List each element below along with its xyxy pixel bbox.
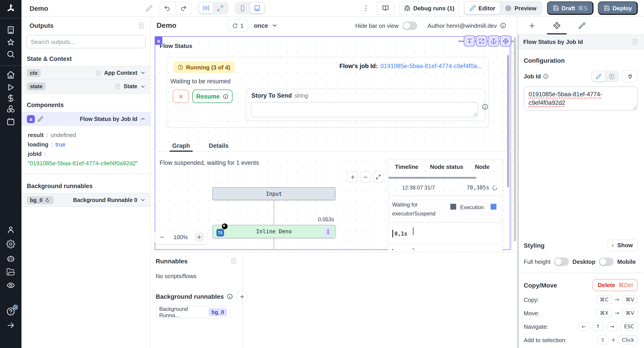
graph-node-inline-deno[interactable]: TS Inline Deno I: [212, 225, 336, 238]
anchor-icon[interactable]: [488, 35, 499, 47]
draft-button[interactable]: Draft ⌘S: [547, 1, 593, 15]
windmill-logo-icon[interactable]: [6, 4, 16, 14]
kebab-menu-icon[interactable]: ⋮: [361, 4, 370, 12]
component-row-a[interactable]: a Flow Status by Job Id: [22, 112, 150, 126]
collapse-arrow-icon[interactable]: [6, 321, 15, 330]
favorites-star-icon[interactable]: [6, 38, 15, 47]
docs-book-button[interactable]: [376, 1, 394, 15]
zoom-in-icon[interactable]: [194, 232, 204, 242]
ctx-row[interactable]: ctx App Context: [22, 66, 150, 80]
connect-plug-icon[interactable]: [622, 70, 638, 82]
fullscreen-toggle[interactable]: [213, 3, 228, 14]
tab-insert-plus[interactable]: [519, 17, 544, 35]
tab-styling-brush[interactable]: [569, 17, 594, 35]
panel-doc-icon[interactable]: [138, 22, 145, 29]
debug-runs-button[interactable]: Debug runs (1): [399, 1, 459, 15]
timeline-row: 0,1s: [389, 223, 502, 245]
zoom-in-icon[interactable]: [347, 171, 358, 182]
tab-graph[interactable]: Graph: [172, 140, 190, 151]
zoom-out-icon[interactable]: [157, 232, 167, 242]
story-to-send-textarea[interactable]: [251, 102, 478, 117]
expand-icon[interactable]: [476, 35, 487, 47]
graph-node-input[interactable]: Input: [212, 187, 336, 200]
workspace-icon[interactable]: [6, 26, 15, 35]
deploy-button[interactable]: Deploy: [598, 1, 638, 15]
settings-gear-icon[interactable]: [6, 240, 15, 249]
dock-down-icon[interactable]: [464, 35, 475, 47]
prop-key[interactable]: jobId: [28, 150, 42, 157]
job-id-link[interactable]: 0191085e-5baa-81ef-4774-c9ef4f0a...: [380, 63, 482, 69]
refresh-count-button[interactable]: 1: [228, 19, 248, 32]
move-icon[interactable]: [500, 35, 511, 47]
rename-pencil-icon[interactable]: [146, 5, 152, 12]
users-icon[interactable]: [6, 225, 15, 234]
desktop-view-toggle[interactable]: [250, 3, 264, 14]
top-toolbar: Demo ⋮ Debug runs (1): [22, 0, 644, 17]
info-icon[interactable]: [500, 22, 506, 29]
help-icon[interactable]: [6, 307, 16, 318]
search-input[interactable]: [26, 35, 146, 48]
mobile-view-toggle[interactable]: [236, 3, 250, 14]
tab-node[interactable]: Node: [475, 163, 490, 176]
static-input-pencil-icon[interactable]: [592, 71, 605, 82]
tab-timeline[interactable]: Timeline: [395, 163, 418, 176]
job-id-input[interactable]: 0191085e-5baa-81ef-4774- c9ef4f0a92d2: [524, 86, 638, 111]
settings-component-title: Flow Status by Job Id: [523, 39, 583, 45]
bg-runnable-label: Background Runnable 0: [73, 197, 137, 203]
add-runnable-button[interactable]: [236, 291, 248, 302]
resume-button[interactable]: Resume: [192, 90, 232, 103]
info-icon[interactable]: [482, 103, 488, 110]
schedules-calendar-icon[interactable]: [6, 117, 15, 126]
state-row[interactable]: state State: [22, 80, 150, 94]
fit-view-icon[interactable]: [373, 171, 384, 182]
schedule-dropdown[interactable]: once: [254, 22, 278, 29]
runs-play-icon[interactable]: [6, 83, 15, 92]
timeline-panel: Timeline Node status Node 12:38:07 31/7 …: [388, 159, 503, 250]
info-icon[interactable]: [227, 293, 233, 300]
delete-button[interactable]: Delete ⌘Del: [593, 279, 638, 291]
undo-button[interactable]: [159, 2, 175, 14]
prop-key[interactable]: result: [28, 132, 44, 138]
tab-editor[interactable]: Editor: [465, 2, 500, 14]
desktop-toggle[interactable]: [599, 258, 614, 266]
bg0-badge: bg_0: [27, 196, 54, 204]
show-styling-button[interactable]: ‹ Show: [607, 239, 638, 251]
folders-icon[interactable]: [6, 267, 15, 276]
selection-resize-handle[interactable]: [511, 36, 512, 250]
tab-component-settings[interactable]: [544, 17, 569, 35]
redo-button[interactable]: [175, 2, 191, 14]
search-icon[interactable]: [6, 50, 15, 59]
cancel-button[interactable]: [173, 90, 189, 103]
home-icon[interactable]: [6, 70, 15, 79]
resources-cubes-icon[interactable]: [6, 104, 15, 113]
tab-preview[interactable]: Preview: [500, 2, 541, 14]
horizontal-scrollbar[interactable]: [389, 177, 476, 179]
panel-doc-icon[interactable]: [230, 258, 237, 264]
panel-doc-icon[interactable]: [632, 39, 638, 45]
author-label: Author henri@windmill.dev: [428, 22, 497, 29]
expression-fx-icon[interactable]: [605, 71, 618, 82]
zoom-out-icon[interactable]: [360, 171, 371, 182]
timeline-row: [389, 245, 502, 250]
canvas-scrollbar[interactable]: [514, 37, 516, 241]
info-icon[interactable]: [543, 73, 549, 79]
copy-move-title: Copy/Move: [524, 281, 557, 289]
edit-pencil-icon[interactable]: [38, 116, 44, 122]
hide-bar-toggle[interactable]: [402, 21, 417, 30]
tab-node-status[interactable]: Node status: [430, 163, 463, 176]
ctx-label: App Context: [104, 70, 137, 76]
variables-dollar-icon[interactable]: [6, 94, 15, 103]
prop-value: undefined: [50, 132, 76, 138]
center-content-toggle[interactable]: [199, 3, 213, 14]
bg-runnable-row[interactable]: bg_0 Background Runnable 0: [22, 193, 150, 207]
prop-key[interactable]: loading: [28, 141, 48, 148]
component-scrollbar[interactable]: [507, 55, 509, 187]
audit-eye-icon[interactable]: [6, 281, 15, 290]
bg-runnable-item[interactable]: Background Runna... bg_0: [156, 306, 231, 318]
app-canvas[interactable]: a Flow Status Running (3 of 4): [151, 35, 517, 252]
close-icon: [178, 93, 184, 99]
full-height-toggle[interactable]: [554, 258, 569, 266]
tab-details[interactable]: Details: [209, 140, 229, 151]
workers-robot-icon[interactable]: [6, 254, 15, 263]
suspend-message: Flow suspended, waiting for 1 events: [160, 159, 259, 166]
